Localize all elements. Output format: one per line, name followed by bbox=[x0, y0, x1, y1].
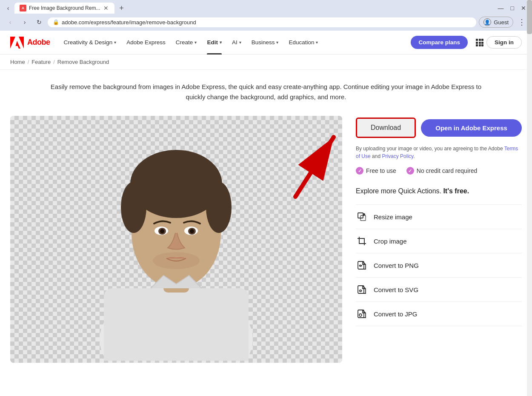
nav-item-education[interactable]: Education ▾ bbox=[283, 31, 323, 55]
breadcrumb-current: Remove Background bbox=[57, 59, 109, 65]
chevron-down-icon: ▾ bbox=[316, 40, 318, 45]
nav-item-ai[interactable]: AI ▾ bbox=[227, 31, 246, 55]
url-text: adobe.com/express/feature/image/remove-b… bbox=[62, 19, 471, 26]
svg-icon bbox=[356, 284, 368, 296]
main-section: Download Open in Adobe Express By upload… bbox=[0, 109, 532, 380]
resize-image-action[interactable]: Resize image bbox=[356, 204, 522, 229]
terms-text: By uploading your image or video, you ar… bbox=[356, 145, 522, 160]
right-panel: Download Open in Adobe Express By upload… bbox=[356, 116, 522, 326]
resize-icon bbox=[356, 211, 368, 223]
crop-icon bbox=[356, 235, 368, 247]
nav-item-express[interactable]: Adobe Express bbox=[121, 31, 171, 55]
sign-in-button[interactable]: Sign in bbox=[486, 36, 522, 49]
convert-png-action[interactable]: Convert to PNG bbox=[356, 253, 522, 277]
profile-button[interactable]: 👤 Guest bbox=[479, 17, 513, 28]
check-icon: ✓ bbox=[406, 167, 414, 175]
svg-rect-30 bbox=[359, 238, 364, 244]
nav-item-business[interactable]: Business ▾ bbox=[246, 31, 284, 55]
scrollbar[interactable] bbox=[527, 0, 532, 380]
quick-actions-list: Resize image Crop image bbox=[356, 204, 522, 326]
page-content: Adobe Creativity & Design ▾ Adobe Expres… bbox=[0, 31, 532, 380]
svg-point-24 bbox=[190, 229, 194, 233]
back-button[interactable]: ‹ bbox=[4, 16, 16, 28]
explore-title: Explore more Quick Actions. It's free. bbox=[356, 187, 522, 196]
profile-label: Guest bbox=[494, 19, 509, 26]
person-image bbox=[78, 118, 274, 361]
action-buttons: Download Open in Adobe Express bbox=[356, 118, 522, 138]
breadcrumb-feature[interactable]: Feature bbox=[31, 59, 51, 65]
svg-marker-2 bbox=[16, 41, 21, 49]
apps-grid-icon bbox=[476, 39, 483, 46]
chevron-down-icon: ▾ bbox=[114, 40, 116, 45]
maximize-button[interactable]: □ bbox=[508, 4, 517, 12]
adobe-logo-svg bbox=[10, 36, 24, 49]
profile-icon: 👤 bbox=[483, 18, 491, 26]
svg-rect-32 bbox=[358, 286, 364, 293]
tab-close-button[interactable]: ✕ bbox=[103, 5, 109, 11]
convert-jpg-action[interactable]: Convert to JPG bbox=[356, 301, 522, 326]
breadcrumb-sep-1: / bbox=[28, 59, 29, 65]
features-row: ✓ Free to use ✓ No credit card required bbox=[356, 167, 522, 175]
svg-rect-10 bbox=[479, 44, 481, 46]
forward-button[interactable]: › bbox=[19, 16, 31, 28]
adobe-wordmark: Adobe bbox=[27, 38, 50, 47]
svg-point-17 bbox=[121, 182, 146, 233]
refresh-button[interactable]: ↻ bbox=[33, 16, 45, 28]
crop-image-action[interactable]: Crop image bbox=[356, 229, 522, 253]
feature-no-credit-card: ✓ No credit card required bbox=[406, 167, 477, 175]
tab-list-button[interactable]: ‹ bbox=[3, 3, 13, 13]
browser-toolbar: ‹ › ↻ 🔒 adobe.com/express/feature/image/… bbox=[0, 14, 532, 31]
nav-items: Creativity & Design ▾ Adobe Express Crea… bbox=[59, 31, 406, 55]
svg-marker-1 bbox=[10, 37, 15, 49]
svg-point-18 bbox=[206, 182, 232, 233]
hero-description: Easily remove the background from images… bbox=[32, 70, 500, 109]
compare-plans-button[interactable]: Compare plans bbox=[411, 36, 468, 49]
chevron-down-icon: ▾ bbox=[220, 40, 222, 45]
nav-item-create[interactable]: Create ▾ bbox=[171, 31, 202, 55]
chevron-down-icon: ▾ bbox=[239, 40, 241, 45]
image-container bbox=[10, 116, 342, 363]
svg-rect-5 bbox=[481, 39, 483, 41]
breadcrumb-home[interactable]: Home bbox=[10, 59, 25, 65]
open-in-adobe-express-button[interactable]: Open in Adobe Express bbox=[421, 119, 522, 137]
browser-tab[interactable]: A Free Image Background Rem... ✕ bbox=[14, 3, 114, 14]
adobe-logo[interactable]: Adobe bbox=[10, 36, 50, 49]
minimize-button[interactable]: — bbox=[495, 4, 506, 12]
browser-menu-button[interactable]: ⋮ bbox=[516, 16, 528, 28]
tab-title: Free Image Background Rem... bbox=[29, 5, 100, 11]
svg-point-34 bbox=[359, 314, 362, 316]
svg-rect-9 bbox=[476, 44, 478, 46]
address-bar[interactable]: 🔒 adobe.com/express/feature/image/remove… bbox=[48, 17, 476, 27]
breadcrumb-sep-2: / bbox=[53, 59, 55, 65]
browser-chrome: ‹ A Free Image Background Rem... ✕ + — □… bbox=[0, 0, 532, 31]
convert-svg-action[interactable]: Convert to SVG bbox=[356, 277, 522, 301]
check-icon: ✓ bbox=[356, 167, 363, 175]
feature-free-to-use: ✓ Free to use bbox=[356, 167, 396, 175]
new-tab-button[interactable]: + bbox=[116, 3, 126, 13]
scrollbar-thumb[interactable] bbox=[527, 0, 532, 34]
chevron-down-icon: ▾ bbox=[276, 40, 278, 45]
lock-icon: 🔒 bbox=[53, 19, 59, 25]
svg-rect-3 bbox=[476, 39, 478, 41]
svg-rect-13 bbox=[104, 288, 249, 361]
svg-rect-6 bbox=[476, 42, 478, 44]
png-icon bbox=[356, 259, 368, 271]
svg-point-25 bbox=[153, 252, 200, 269]
svg-rect-7 bbox=[479, 42, 481, 44]
svg-rect-8 bbox=[481, 42, 483, 44]
svg-rect-11 bbox=[481, 44, 483, 46]
tab-favicon: A bbox=[20, 5, 26, 11]
privacy-policy-link[interactable]: Privacy Policy bbox=[382, 153, 413, 159]
download-button[interactable]: Download bbox=[356, 118, 416, 138]
image-area bbox=[10, 116, 342, 363]
breadcrumb: Home / Feature / Remove Background bbox=[0, 55, 532, 70]
svg-rect-4 bbox=[479, 39, 481, 41]
chevron-down-icon: ▾ bbox=[194, 40, 197, 45]
nav-item-edit[interactable]: Edit ▾ bbox=[202, 31, 227, 55]
nav-item-creativity[interactable]: Creativity & Design ▾ bbox=[59, 31, 122, 55]
apps-grid-button[interactable] bbox=[473, 36, 486, 49]
main-nav: Adobe Creativity & Design ▾ Adobe Expres… bbox=[0, 31, 532, 55]
jpg-icon bbox=[356, 308, 368, 320]
svg-point-23 bbox=[160, 229, 164, 233]
